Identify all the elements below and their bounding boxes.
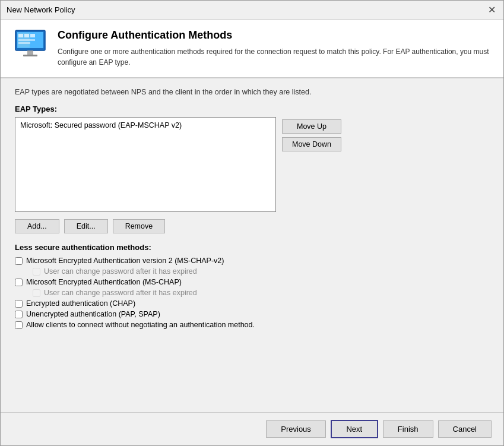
svg-rect-3 <box>27 50 33 55</box>
chap-checkbox[interactable] <box>15 300 23 308</box>
list-item: Allow clients to connect without negotia… <box>15 321 489 329</box>
list-item: User can change password after it has ex… <box>33 267 489 276</box>
svg-rect-5 <box>18 34 23 37</box>
cancel-button[interactable]: Cancel <box>438 420 492 438</box>
ms-chap-pwd-label: User can change password after it has ex… <box>44 289 197 297</box>
computer-icon <box>12 29 48 62</box>
page-heading: Configure Authentication Methods <box>58 29 492 42</box>
no-auth-label: Allow clients to connect without negotia… <box>26 321 255 329</box>
ms-chap-v2-pwd-checkbox[interactable] <box>33 268 40 276</box>
eap-listbox[interactable]: Microsoft: Secured password (EAP-MSCHAP … <box>15 117 276 212</box>
eap-section: Microsoft: Secured password (EAP-MSCHAP … <box>15 117 489 212</box>
pap-label: Unencrypted authentication (PAP, SPAP) <box>26 310 160 318</box>
checkbox-group: Microsoft Encrypted Authentication versi… <box>15 257 489 329</box>
finish-button[interactable]: Finish <box>383 420 433 438</box>
svg-rect-7 <box>30 34 35 37</box>
svg-rect-6 <box>24 34 29 37</box>
list-item: Encrypted authentication (CHAP) <box>15 299 489 308</box>
close-button[interactable]: ✕ <box>486 4 497 16</box>
move-up-button[interactable]: Move Up <box>282 119 341 134</box>
svg-rect-4 <box>23 55 37 56</box>
list-item: User can change password after it has ex… <box>33 289 489 297</box>
list-item: Microsoft Encrypted Authentication (MS-C… <box>15 278 489 286</box>
content-area: EAP types are negotiated between NPS and… <box>1 78 503 412</box>
title-bar: New Network Policy ✕ <box>1 1 503 20</box>
ms-chap-checkbox[interactable] <box>15 279 23 286</box>
dialog-title: New Network Policy <box>7 5 75 14</box>
ms-chap-v2-checkbox[interactable] <box>15 257 23 265</box>
add-button[interactable]: Add... <box>15 219 59 233</box>
list-item: Unencrypted authentication (PAP, SPAP) <box>15 310 489 318</box>
header-text: Configure Authentication Methods Configu… <box>58 29 492 68</box>
header-section: Configure Authentication Methods Configu… <box>1 20 503 78</box>
svg-rect-8 <box>18 39 35 41</box>
chap-label: Encrypted authentication (CHAP) <box>26 299 135 308</box>
page-description: Configure one or more authentication met… <box>58 46 492 68</box>
remove-button[interactable]: Remove <box>113 219 166 233</box>
ms-chap-pwd-checkbox[interactable] <box>33 289 40 297</box>
ms-chap-v2-label: Microsoft Encrypted Authentication versi… <box>26 257 224 265</box>
next-button[interactable]: Next <box>331 420 378 438</box>
footer: Previous Next Finish Cancel <box>1 412 503 445</box>
eap-label: EAP Types: <box>15 105 489 113</box>
edit-button[interactable]: Edit... <box>64 219 108 233</box>
action-buttons: Add... Edit... Remove <box>15 219 489 233</box>
no-auth-checkbox[interactable] <box>15 321 23 329</box>
info-text: EAP types are negotiated between NPS and… <box>15 88 489 96</box>
move-down-button[interactable]: Move Down <box>282 137 341 151</box>
ms-chap-label: Microsoft Encrypted Authentication (MS-C… <box>26 278 182 286</box>
less-secure-label: Less secure authentication methods: <box>15 243 489 252</box>
list-item: Microsoft Encrypted Authentication versi… <box>15 257 489 265</box>
pap-checkbox[interactable] <box>15 311 23 318</box>
eap-buttons: Move Up Move Down <box>282 119 341 151</box>
svg-rect-9 <box>18 42 30 44</box>
eap-list-item: Microsoft: Secured password (EAP-MSCHAP … <box>18 120 273 131</box>
ms-chap-v2-pwd-label: User can change password after it has ex… <box>44 267 197 276</box>
previous-button[interactable]: Previous <box>266 420 326 438</box>
dialog: New Network Policy ✕ <box>0 0 504 446</box>
